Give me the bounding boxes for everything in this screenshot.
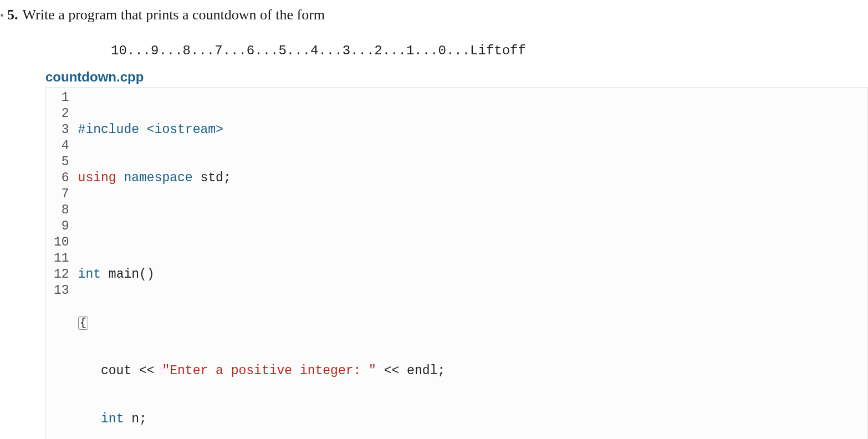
code-cursor-brace: { bbox=[78, 317, 89, 330]
line-number: 4 bbox=[54, 138, 69, 154]
code-token-ident: std bbox=[200, 171, 223, 185]
line-number: 1 bbox=[54, 90, 69, 106]
bullet-icon: • bbox=[0, 9, 4, 22]
line-number: 12 bbox=[54, 267, 69, 283]
code-content[interactable]: #include <iostream> using namespace std;… bbox=[75, 88, 867, 439]
line-number: 10 bbox=[54, 234, 69, 251]
code-token-preproc: #include <iostream> bbox=[78, 122, 223, 137]
code-token-keyword: namespace bbox=[124, 171, 192, 185]
line-number: 8 bbox=[54, 202, 69, 218]
code-token-text: << endl; bbox=[376, 364, 445, 378]
expected-output: 10...9...8...7...6...5...4...3...2...1..… bbox=[111, 43, 868, 58]
code-editor[interactable]: 1 2 3 4 5 6 7 8 9 10 11 12 13 #include <… bbox=[45, 87, 868, 439]
code-token-type: int bbox=[101, 412, 124, 426]
line-number: 9 bbox=[54, 218, 69, 234]
problem-number: 5. bbox=[7, 7, 18, 23]
line-number-gutter: 1 2 3 4 5 6 7 8 9 10 11 12 13 bbox=[46, 88, 75, 439]
code-token-text: cout << bbox=[78, 364, 162, 378]
code-token-text bbox=[78, 412, 101, 426]
code-token-punct: ; bbox=[223, 171, 231, 185]
code-token-string: "Enter a positive integer: " bbox=[162, 364, 376, 378]
line-number: 3 bbox=[54, 122, 69, 138]
code-token-text: n; bbox=[124, 412, 146, 426]
line-number: 11 bbox=[54, 251, 69, 267]
filename-label: countdown.cpp bbox=[45, 69, 868, 85]
line-number: 6 bbox=[54, 170, 69, 186]
code-token-type: int bbox=[78, 267, 101, 282]
line-number: 7 bbox=[54, 186, 69, 202]
code-token-ident: main() bbox=[101, 267, 155, 282]
line-number: 2 bbox=[54, 106, 69, 122]
problem-description: Write a program that prints a countdown … bbox=[23, 7, 325, 23]
line-number: 5 bbox=[54, 154, 69, 170]
code-token-keyword: using bbox=[78, 171, 116, 185]
line-number: 13 bbox=[54, 283, 69, 299]
problem-header: • 5. Write a program that prints a count… bbox=[0, 0, 868, 28]
